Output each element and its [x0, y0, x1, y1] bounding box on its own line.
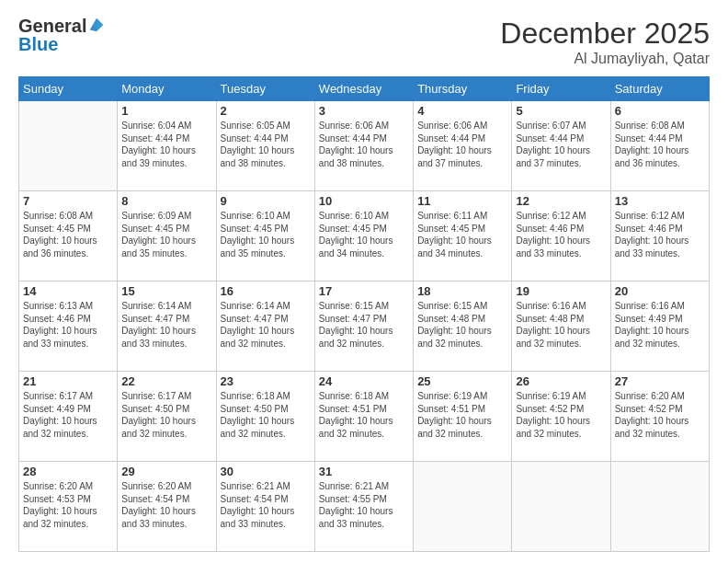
day-info: Sunrise: 6:14 AM Sunset: 4:47 PM Dayligh… — [121, 300, 211, 350]
calendar-cell — [610, 462, 709, 552]
day-info: Sunrise: 6:12 AM Sunset: 4:46 PM Dayligh… — [615, 210, 705, 259]
day-number: 4 — [417, 104, 507, 118]
calendar-table: SundayMondayTuesdayWednesdayThursdayFrid… — [18, 76, 710, 552]
day-number: 22 — [121, 374, 211, 388]
calendar-cell: 21Sunrise: 6:17 AM Sunset: 4:49 PM Dayli… — [19, 372, 118, 462]
day-info: Sunrise: 6:17 AM Sunset: 4:50 PM Dayligh… — [121, 390, 211, 440]
day-number: 8 — [121, 194, 211, 208]
header: General Blue December 2025 Al Jumayliyah… — [18, 17, 710, 67]
day-number: 23 — [221, 374, 311, 388]
day-number: 31 — [319, 465, 409, 478]
weekday-header-row: SundayMondayTuesdayWednesdayThursdayFrid… — [19, 77, 710, 101]
calendar-cell: 8Sunrise: 6:09 AM Sunset: 4:45 PM Daylig… — [118, 191, 216, 282]
day-info: Sunrise: 6:21 AM Sunset: 4:55 PM Dayligh… — [319, 480, 409, 530]
calendar-cell: 30Sunrise: 6:21 AM Sunset: 4:54 PM Dayli… — [216, 462, 314, 552]
calendar-cell: 10Sunrise: 6:10 AM Sunset: 4:45 PM Dayli… — [314, 191, 413, 282]
calendar-cell: 25Sunrise: 6:19 AM Sunset: 4:51 PM Dayli… — [414, 372, 512, 462]
calendar-cell: 29Sunrise: 6:20 AM Sunset: 4:54 PM Dayli… — [118, 462, 216, 552]
calendar-cell: 11Sunrise: 6:11 AM Sunset: 4:45 PM Dayli… — [414, 191, 512, 282]
logo-icon — [88, 17, 105, 33]
calendar-cell: 31Sunrise: 6:21 AM Sunset: 4:55 PM Dayli… — [314, 462, 413, 552]
day-info: Sunrise: 6:05 AM Sunset: 4:44 PM Dayligh… — [221, 120, 311, 169]
page: General Blue December 2025 Al Jumayliyah… — [0, 0, 728, 563]
day-number: 1 — [121, 104, 211, 118]
calendar-week-5: 28Sunrise: 6:20 AM Sunset: 4:53 PM Dayli… — [19, 462, 710, 552]
calendar-cell: 3Sunrise: 6:06 AM Sunset: 4:44 PM Daylig… — [314, 101, 413, 191]
day-number: 28 — [23, 465, 113, 478]
day-info: Sunrise: 6:09 AM Sunset: 4:45 PM Dayligh… — [121, 210, 211, 259]
calendar-cell: 22Sunrise: 6:17 AM Sunset: 4:50 PM Dayli… — [118, 372, 216, 462]
month-title: December 2025 — [500, 17, 710, 51]
day-number: 14 — [23, 284, 113, 298]
day-info: Sunrise: 6:16 AM Sunset: 4:49 PM Dayligh… — [615, 300, 705, 350]
day-info: Sunrise: 6:14 AM Sunset: 4:47 PM Dayligh… — [221, 300, 311, 350]
day-number: 30 — [221, 465, 311, 478]
day-number: 11 — [417, 194, 507, 208]
day-number: 26 — [516, 374, 606, 388]
day-number: 24 — [319, 374, 409, 388]
day-info: Sunrise: 6:18 AM Sunset: 4:50 PM Dayligh… — [221, 390, 311, 440]
day-info: Sunrise: 6:19 AM Sunset: 4:52 PM Dayligh… — [516, 390, 606, 440]
day-info: Sunrise: 6:08 AM Sunset: 4:44 PM Dayligh… — [615, 120, 705, 169]
day-info: Sunrise: 6:18 AM Sunset: 4:51 PM Dayligh… — [319, 390, 409, 440]
day-number: 2 — [221, 104, 311, 118]
day-info: Sunrise: 6:20 AM Sunset: 4:52 PM Dayligh… — [615, 390, 705, 440]
calendar-cell: 5Sunrise: 6:07 AM Sunset: 4:44 PM Daylig… — [512, 101, 610, 191]
day-number: 5 — [516, 104, 606, 118]
weekday-header-wednesday: Wednesday — [314, 77, 413, 101]
title-area: December 2025 Al Jumayliyah, Qatar — [500, 17, 710, 67]
day-number: 13 — [615, 194, 705, 208]
day-info: Sunrise: 6:20 AM Sunset: 4:53 PM Dayligh… — [23, 480, 113, 530]
day-number: 3 — [319, 104, 409, 118]
weekday-header-saturday: Saturday — [610, 77, 709, 101]
calendar-cell: 9Sunrise: 6:10 AM Sunset: 4:45 PM Daylig… — [216, 191, 314, 282]
calendar-cell: 13Sunrise: 6:12 AM Sunset: 4:46 PM Dayli… — [610, 191, 709, 282]
calendar-cell: 6Sunrise: 6:08 AM Sunset: 4:44 PM Daylig… — [610, 101, 709, 191]
day-info: Sunrise: 6:21 AM Sunset: 4:54 PM Dayligh… — [221, 480, 311, 530]
day-number: 7 — [23, 194, 113, 208]
day-info: Sunrise: 6:16 AM Sunset: 4:48 PM Dayligh… — [516, 300, 606, 350]
calendar-cell: 28Sunrise: 6:20 AM Sunset: 4:53 PM Dayli… — [19, 462, 118, 552]
day-number: 10 — [319, 194, 409, 208]
day-info: Sunrise: 6:19 AM Sunset: 4:51 PM Dayligh… — [417, 390, 507, 440]
day-number: 19 — [516, 284, 606, 298]
calendar-week-1: 1Sunrise: 6:04 AM Sunset: 4:44 PM Daylig… — [19, 101, 710, 191]
day-info: Sunrise: 6:20 AM Sunset: 4:54 PM Dayligh… — [121, 480, 211, 530]
weekday-header-thursday: Thursday — [414, 77, 512, 101]
logo-general: General — [18, 17, 86, 35]
day-number: 15 — [121, 284, 211, 298]
day-number: 9 — [221, 194, 311, 208]
day-info: Sunrise: 6:10 AM Sunset: 4:45 PM Dayligh… — [221, 210, 311, 259]
day-info: Sunrise: 6:06 AM Sunset: 4:44 PM Dayligh… — [417, 120, 507, 169]
weekday-header-tuesday: Tuesday — [216, 77, 314, 101]
svg-marker-1 — [97, 20, 103, 30]
logo-blue: Blue — [18, 34, 58, 54]
calendar-cell: 26Sunrise: 6:19 AM Sunset: 4:52 PM Dayli… — [512, 372, 610, 462]
calendar-cell: 12Sunrise: 6:12 AM Sunset: 4:46 PM Dayli… — [512, 191, 610, 282]
day-info: Sunrise: 6:08 AM Sunset: 4:45 PM Dayligh… — [23, 210, 113, 259]
day-number: 18 — [417, 284, 507, 298]
calendar-week-2: 7Sunrise: 6:08 AM Sunset: 4:45 PM Daylig… — [19, 191, 710, 282]
day-number: 29 — [121, 465, 211, 478]
calendar-cell — [19, 101, 118, 191]
calendar-cell: 15Sunrise: 6:14 AM Sunset: 4:47 PM Dayli… — [118, 282, 216, 372]
logo: General Blue — [18, 17, 105, 54]
day-number: 20 — [615, 284, 705, 298]
weekday-header-friday: Friday — [512, 77, 610, 101]
weekday-header-monday: Monday — [118, 77, 216, 101]
calendar-cell: 20Sunrise: 6:16 AM Sunset: 4:49 PM Dayli… — [610, 282, 709, 372]
calendar-cell: 23Sunrise: 6:18 AM Sunset: 4:50 PM Dayli… — [216, 372, 314, 462]
day-info: Sunrise: 6:15 AM Sunset: 4:47 PM Dayligh… — [319, 300, 409, 350]
calendar-cell: 24Sunrise: 6:18 AM Sunset: 4:51 PM Dayli… — [314, 372, 413, 462]
calendar-cell: 2Sunrise: 6:05 AM Sunset: 4:44 PM Daylig… — [216, 101, 314, 191]
calendar-week-3: 14Sunrise: 6:13 AM Sunset: 4:46 PM Dayli… — [19, 282, 710, 372]
calendar-cell: 18Sunrise: 6:15 AM Sunset: 4:48 PM Dayli… — [414, 282, 512, 372]
day-info: Sunrise: 6:11 AM Sunset: 4:45 PM Dayligh… — [417, 210, 507, 259]
day-info: Sunrise: 6:17 AM Sunset: 4:49 PM Dayligh… — [23, 390, 113, 440]
day-number: 6 — [615, 104, 705, 118]
day-info: Sunrise: 6:04 AM Sunset: 4:44 PM Dayligh… — [121, 120, 211, 169]
day-info: Sunrise: 6:06 AM Sunset: 4:44 PM Dayligh… — [319, 120, 409, 169]
day-info: Sunrise: 6:15 AM Sunset: 4:48 PM Dayligh… — [417, 300, 507, 350]
calendar-cell: 16Sunrise: 6:14 AM Sunset: 4:47 PM Dayli… — [216, 282, 314, 372]
day-number: 25 — [417, 374, 507, 388]
